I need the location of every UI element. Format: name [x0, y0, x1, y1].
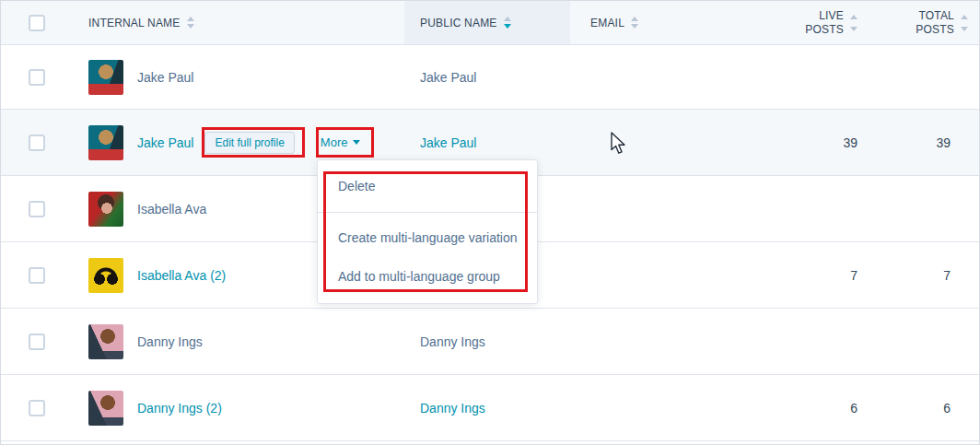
row-checkbox[interactable]: [29, 400, 45, 416]
email-cell: [570, 375, 740, 440]
column-header-email[interactable]: EMAIL: [570, 1, 740, 44]
sort-desc-icon: [504, 17, 511, 29]
internal-name-link[interactable]: Jake Paul: [137, 135, 193, 150]
column-label: EMAIL: [590, 17, 624, 29]
menu-item-create-multi-language-variation[interactable]: Create multi-language variation: [319, 217, 536, 258]
row-checkbox[interactable]: [29, 135, 45, 151]
menu-item-add-to-multi-language-group[interactable]: Add to multi-language group: [319, 258, 536, 295]
public-name-text: Danny Ings: [420, 334, 485, 349]
more-dropdown-button[interactable]: More: [321, 135, 361, 149]
table-header: INTERNAL NAME PUBLIC NAME EMAIL LIVE POS…: [1, 1, 979, 45]
table-row: Danny Ings Danny Ings: [1, 309, 979, 375]
live-posts-value: [740, 176, 870, 241]
total-posts-value: 39: [870, 110, 979, 175]
live-posts-value: 6: [740, 375, 870, 440]
email-cell: [570, 110, 740, 175]
column-header-live-posts[interactable]: LIVE POSTS: [740, 1, 870, 44]
public-name-link[interactable]: Danny Ings: [420, 401, 485, 416]
total-posts-value: [870, 309, 979, 374]
chevron-down-icon: [353, 140, 360, 145]
total-posts-value: 6: [870, 375, 979, 440]
author-avatar: [88, 391, 123, 426]
live-posts-value: 7: [740, 242, 870, 308]
author-avatar: [88, 192, 123, 227]
select-all-cell: [1, 1, 60, 44]
author-avatar: [88, 125, 123, 160]
public-name-link[interactable]: Jake Paul: [420, 135, 476, 150]
row-checkbox[interactable]: [29, 267, 45, 284]
internal-name-text: Jake Paul: [137, 70, 193, 85]
sort-icon: [631, 17, 638, 29]
select-all-checkbox[interactable]: [29, 15, 45, 31]
edit-full-profile-button[interactable]: Edit full profile: [204, 132, 294, 154]
sort-icon: [961, 15, 968, 31]
author-avatar: [88, 258, 123, 293]
table-row: Jake Paul Jake Paul: [1, 45, 979, 110]
more-button-label: More: [321, 135, 348, 149]
live-posts-value: [740, 309, 870, 374]
partial-next-row: [1, 441, 979, 445]
table-row: Danny Ings (2) Danny Ings 6 6: [1, 375, 979, 441]
total-posts-value: [870, 176, 979, 241]
more-dropdown-menu: Delete Create multi-language variation A…: [317, 159, 538, 304]
column-label: PUBLIC NAME: [420, 17, 497, 29]
column-label: INTERNAL NAME: [88, 17, 181, 29]
internal-name-link[interactable]: Danny Ings (2): [137, 401, 222, 416]
column-header-internal-name[interactable]: INTERNAL NAME: [60, 1, 404, 44]
internal-name-text: Danny Ings: [137, 334, 203, 349]
column-label: TOTAL POSTS: [912, 9, 954, 37]
sort-icon: [187, 17, 194, 29]
sort-icon: [850, 15, 858, 31]
email-cell: [570, 45, 740, 109]
internal-name-text: Isabella Ava: [137, 202, 206, 217]
menu-divider: [318, 212, 537, 213]
email-cell: [570, 176, 740, 241]
live-posts-value: [740, 45, 870, 109]
live-posts-value: 39: [740, 110, 870, 175]
row-checkbox[interactable]: [29, 201, 45, 217]
authors-table: INTERNAL NAME PUBLIC NAME EMAIL LIVE POS…: [0, 0, 980, 445]
total-posts-value: [870, 45, 979, 109]
author-avatar: [88, 60, 123, 95]
email-cell: [570, 309, 740, 374]
column-header-public-name[interactable]: PUBLIC NAME: [404, 1, 570, 44]
column-label: LIVE POSTS: [801, 9, 844, 37]
internal-name-link[interactable]: Isabella Ava (2): [137, 268, 226, 283]
total-posts-value: 7: [870, 242, 979, 308]
public-name-text: Jake Paul: [420, 70, 476, 85]
column-header-total-posts[interactable]: TOTAL POSTS: [870, 1, 979, 44]
email-cell: [570, 242, 740, 308]
author-avatar: [88, 324, 123, 359]
menu-item-delete[interactable]: Delete: [319, 166, 536, 206]
row-checkbox[interactable]: [29, 334, 45, 350]
row-checkbox[interactable]: [29, 69, 45, 86]
